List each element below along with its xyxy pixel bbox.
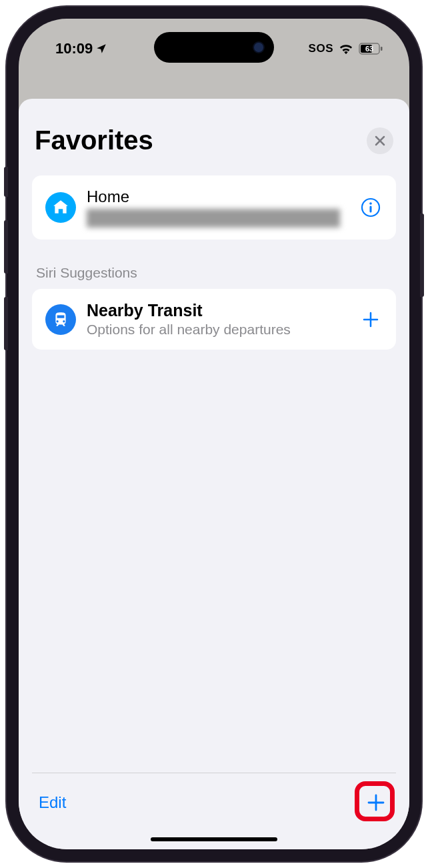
location-icon: [95, 43, 107, 55]
transit-icon: [45, 304, 76, 335]
favorite-row-home[interactable]: Home: [32, 175, 396, 240]
home-indicator[interactable]: [151, 837, 277, 841]
transit-title: Nearby Transit: [87, 301, 348, 320]
transit-content: Nearby Transit Options for all nearby de…: [87, 301, 348, 338]
favorite-home-title: Home: [87, 187, 348, 206]
info-icon: [361, 197, 381, 218]
svg-text:63: 63: [365, 45, 373, 53]
front-camera: [253, 41, 265, 53]
dynamic-island: [154, 32, 274, 63]
add-suggestion-button[interactable]: [359, 308, 383, 332]
favorites-sheet: Favorites Home: [19, 99, 409, 849]
info-button[interactable]: [359, 195, 383, 220]
favorite-home-content: Home: [87, 187, 348, 228]
plus-icon: [362, 311, 379, 328]
wifi-icon: [339, 43, 353, 55]
status-right: SOS 63: [309, 42, 383, 55]
sos-indicator: SOS: [309, 42, 333, 55]
svg-rect-2: [381, 47, 383, 51]
status-time: 10:09: [55, 40, 93, 57]
home-icon: [45, 192, 76, 223]
right-side-button: [420, 213, 424, 297]
plus-icon: [366, 793, 386, 813]
close-button[interactable]: [367, 127, 393, 154]
redacted-address: [87, 209, 340, 228]
status-left: 10:09: [55, 40, 107, 57]
svg-point-7: [369, 202, 372, 205]
add-favorite-button[interactable]: [363, 789, 389, 816]
phone-frame: 10:09 SOS 63: [7, 7, 421, 861]
suggestion-row-transit[interactable]: Nearby Transit Options for all nearby de…: [32, 289, 396, 350]
close-icon: [375, 135, 385, 146]
page-title: Favorites: [35, 125, 153, 155]
siri-suggestions-header: Siri Suggestions: [32, 244, 396, 289]
edit-button[interactable]: Edit: [39, 793, 66, 812]
svg-rect-8: [370, 206, 372, 213]
sheet-header: Favorites: [32, 125, 396, 155]
phone-screen: 10:09 SOS 63: [19, 19, 409, 849]
transit-subtitle: Options for all nearby departures: [87, 322, 348, 338]
battery-icon: 63: [359, 43, 383, 55]
left-side-buttons: [4, 167, 8, 374]
